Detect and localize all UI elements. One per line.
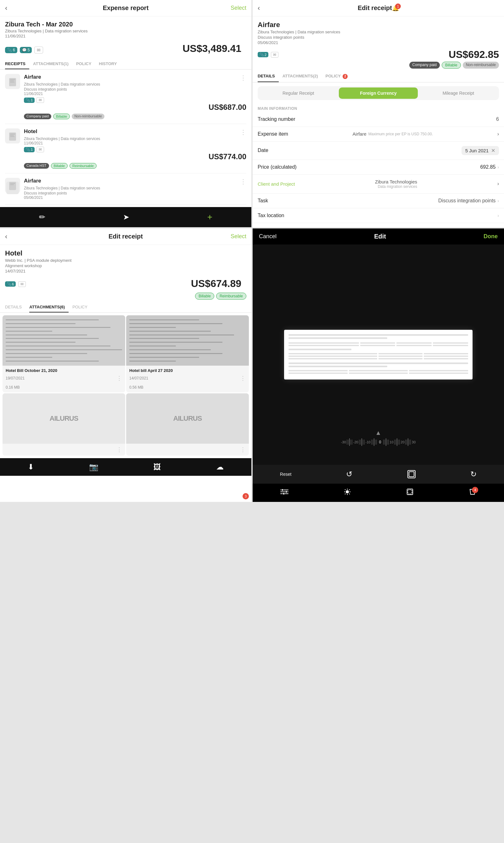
- send-button[interactable]: ➤: [123, 213, 129, 221]
- receipt-thumb-1: [5, 74, 20, 89]
- attach-tab-policy[interactable]: POLICY: [72, 302, 91, 312]
- receipt-msg-1: ✉: [36, 97, 44, 103]
- receipt-item-2[interactable]: Hotel ⋮ Zibura Technologies | Data migra…: [5, 124, 246, 173]
- reset-button[interactable]: Reset: [280, 472, 292, 477]
- crop-frame-icon[interactable]: [406, 488, 414, 498]
- cloud-button[interactable]: ☁: [216, 463, 224, 471]
- receipt-more-3[interactable]: ⋮: [240, 178, 246, 185]
- tag-billable-2: Billable: [51, 163, 68, 169]
- back-button-p3[interactable]: ‹: [5, 233, 7, 241]
- ruler-label-neg30: -30: [341, 440, 346, 444]
- field-tracking[interactable]: Tracking number 6: [253, 112, 504, 127]
- receipt-task-1: Discuss integration points: [24, 87, 246, 92]
- ruler-tick: [359, 440, 360, 445]
- date-pill[interactable]: 5 Jun 2021 ✕: [462, 146, 499, 155]
- receipt-more-1[interactable]: ⋮: [240, 74, 246, 82]
- hotel-stag-billable: Billable: [195, 293, 214, 300]
- hotel-date: 14/07/2021: [5, 269, 246, 273]
- crop-button[interactable]: [407, 470, 416, 479]
- msg-badge[interactable]: 💬5: [20, 47, 32, 53]
- attach-more-3[interactable]: ⋮: [116, 446, 122, 453]
- select-button-p3[interactable]: Select: [231, 233, 246, 240]
- field-expense-item[interactable]: Expense item Airfare Maximum price per E…: [253, 127, 504, 142]
- ruler-tick: [361, 440, 361, 445]
- back-button-p2[interactable]: ‹: [258, 4, 260, 12]
- report-title: Zibura Tech - Mar 2020: [5, 21, 246, 28]
- rtype-foreign[interactable]: Foreign Currency: [339, 88, 417, 99]
- done-button-p4[interactable]: Done: [484, 233, 498, 240]
- rotate-left-button[interactable]: ↺: [346, 470, 353, 479]
- adjust-icon[interactable]: [280, 489, 288, 497]
- tab-policy[interactable]: POLICY: [76, 59, 95, 69]
- message-icon[interactable]: ✉: [34, 47, 43, 53]
- attach-label-1: Hotel Bill October 21, 2020: [2, 366, 125, 374]
- field-task[interactable]: Task Discuss integration points ›: [253, 194, 504, 208]
- p4-tools: Reset ↺ ↻: [253, 465, 504, 484]
- receipt-date-3: 05/06/2021: [24, 195, 246, 200]
- receipt-sub-1: Zibura Technologies | Data migration ser…: [24, 82, 246, 87]
- ruler-label-10: 10: [390, 440, 393, 444]
- brightness-icon[interactable]: [344, 488, 351, 498]
- report-amount: US$3,489.41: [177, 43, 246, 57]
- receipt-item-1[interactable]: Airfare ⋮ Zibura Technologies | Data mig…: [5, 70, 246, 124]
- field-tax-location[interactable]: Tax location ›: [253, 208, 504, 223]
- rtype-regular[interactable]: Regular Receipt: [259, 88, 338, 99]
- p4-image-area: -30 -20 -10 0: [253, 245, 504, 465]
- hotel-stag-reimb: Reimbursable: [216, 293, 246, 300]
- airfare-title: Airfare: [258, 21, 499, 29]
- edit-clip-badge: 📎2: [258, 52, 268, 57]
- download-button[interactable]: ⬇: [28, 463, 34, 471]
- attachment-card-4[interactable]: AILURUS ⋮: [126, 393, 249, 456]
- back-button[interactable]: ‹: [5, 4, 7, 12]
- tab-history[interactable]: HISTORY: [99, 59, 121, 69]
- attachment-card-2[interactable]: Hotel bill April 27 2020 14/07/2021 ⋮ 0.…: [126, 315, 249, 392]
- rotate-right-button[interactable]: ↻: [470, 470, 476, 479]
- camera-button[interactable]: 📷: [89, 463, 98, 471]
- detail-tab-details[interactable]: DETAILS: [258, 71, 279, 82]
- report-subtitle: Zibura Technologies | Data migration ser…: [5, 29, 246, 33]
- ruler-tick-major: [374, 438, 374, 446]
- detail-tab-attachments[interactable]: ATTACHMENTS(2): [283, 71, 322, 82]
- tab-attachments[interactable]: ATTACHMENTS(1): [33, 59, 72, 69]
- airfare-task: Discuss integration points: [258, 35, 499, 40]
- receipt-thumb-3: [5, 178, 20, 193]
- attach-more-1[interactable]: ⋮: [116, 375, 122, 382]
- tracking-label: Tracking number: [258, 116, 295, 122]
- add-button[interactable]: +: [207, 212, 212, 222]
- ruler-tick: [351, 440, 351, 445]
- receipt-more-2[interactable]: ⋮: [240, 128, 246, 136]
- cancel-button-p4[interactable]: Cancel: [259, 233, 276, 240]
- price-value: 692.85: [480, 164, 496, 170]
- attach-more-4[interactable]: ⋮: [240, 446, 246, 453]
- tag-company-paid-1: Company paid: [24, 113, 51, 119]
- detail-tab-policy[interactable]: POLICY 2: [326, 71, 352, 82]
- attach-more-2[interactable]: ⋮: [240, 375, 246, 382]
- attachment-img-1: [2, 315, 125, 366]
- edit-button[interactable]: ✏: [39, 213, 45, 221]
- receipt-name-2: Hotel: [24, 128, 37, 136]
- p4-notification-badge: 4: [472, 487, 478, 493]
- field-date[interactable]: Date 5 Jun 2021 ✕: [253, 142, 504, 160]
- p3-notification-badge: 3: [242, 493, 249, 499]
- gallery-button[interactable]: 🖼: [154, 463, 161, 471]
- date-clear-button[interactable]: ✕: [491, 148, 495, 154]
- attachment-card-3[interactable]: AILURUS ⋮: [2, 393, 125, 456]
- attach-label-2: Hotel bill April 27 2020: [126, 366, 249, 374]
- tab-receipts[interactable]: RECEIPTS: [5, 59, 29, 69]
- attachment-card-1[interactable]: Hotel Bill October 21, 2020 19/07/2021 ⋮…: [2, 315, 125, 392]
- ruler-tick-major: [349, 438, 350, 446]
- attach-tab-details[interactable]: DETAILS: [5, 302, 25, 312]
- field-client-project[interactable]: Client and Project Zibura Technologies D…: [253, 175, 504, 194]
- ruler-tick: [383, 440, 383, 445]
- field-price[interactable]: Price (calculated) 692.85 ›: [253, 160, 504, 175]
- ruler-tick: [348, 440, 348, 445]
- rtype-mileage[interactable]: Mileage Receipt: [419, 88, 498, 99]
- clip-badge[interactable]: 📎6: [5, 47, 17, 53]
- attach-tab-attachments[interactable]: ATTACHMENTS(6): [29, 302, 69, 312]
- receipt-item-3[interactable]: Airfare ⋮ Zibura Technologies | Data mig…: [5, 173, 246, 204]
- svg-point-19: [346, 490, 349, 494]
- ruler-tick: [347, 440, 347, 445]
- select-button[interactable]: Select: [231, 5, 246, 11]
- expense-item-sub: Maximum price per EP is USD 750.00.: [368, 132, 433, 136]
- crop-ruler[interactable]: -30 -20 -10 0: [341, 438, 416, 446]
